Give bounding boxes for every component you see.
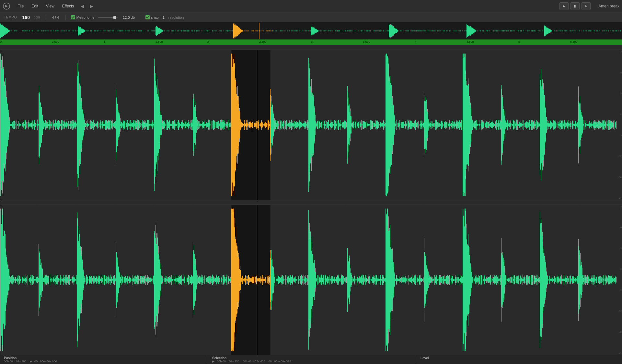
selection-end: 00h:00m:02s:625	[243, 360, 265, 363]
db-value: -12.0 db	[121, 16, 134, 19]
position-label: Position	[4, 356, 202, 360]
stop-button[interactable]: ▮	[570, 2, 580, 10]
separator2	[65, 15, 66, 20]
menu-view[interactable]: View	[43, 3, 58, 10]
position-main: 00h:00m:02s:486	[4, 360, 27, 363]
position-values: 00h:00m:02s:486 ▶ 00h:00m:06s:000	[4, 360, 202, 363]
app-logo	[3, 2, 10, 10]
channel-2-ruler	[0, 200, 622, 205]
snap-toggle[interactable]: snap	[145, 15, 159, 19]
selection-section: Selection ▶ 00h:00m:02s:250 00h:00m:02s:…	[207, 356, 410, 363]
waveform-area: 3 0 -3 -6 -9 -12 -18 -24 3 0 -3 -6 -9 -1…	[0, 45, 622, 355]
metronome-slider[interactable]	[98, 17, 118, 18]
selection-icon: ▶	[212, 360, 214, 363]
position-section: Position 00h:00m:02s:486 ▶ 00h:00m:06s:0…	[4, 356, 202, 363]
loop-button[interactable]: ↻	[582, 2, 591, 10]
level-values	[420, 360, 618, 363]
tempo-value[interactable]: 160	[22, 15, 30, 20]
metronome-toggle[interactable]: Metronome	[71, 15, 95, 19]
play-button[interactable]: ▶	[559, 2, 569, 10]
channel-1-ruler	[0, 45, 622, 50]
time-ruler[interactable]: 00.50011.50022.50033.50044.50055.5006	[0, 39, 622, 45]
bpm-label: bpm	[34, 16, 40, 19]
tempo-label: TEMPO	[4, 16, 17, 19]
selection-label: Selection	[212, 356, 410, 360]
selection-values: ▶ 00h:00m:02s:250 00h:00m:02s:625 00h:00…	[212, 360, 410, 363]
status-bar: Position 00h:00m:02s:486 ▶ 00h:00m:06s:0…	[0, 355, 622, 364]
separator	[45, 15, 45, 20]
menu-edit[interactable]: Edit	[28, 3, 41, 10]
overview-waveform[interactable]	[0, 23, 622, 39]
nav-fwd-button[interactable]: ▶	[87, 3, 95, 10]
channel-2-db-scale: 3 0 -3 -6 -9 -12 -18 -24	[617, 205, 622, 355]
level-section: Level	[415, 356, 618, 363]
channel-1-waveform[interactable]	[0, 50, 617, 200]
channel-1-db-scale: 3 0 -3 -6 -9 -12 -18 -24	[617, 50, 622, 200]
channel-2: 3 0 -3 -6 -9 -12 -18 -24	[0, 200, 622, 355]
metronome-label: Metronome	[76, 16, 95, 19]
project-title: Amen break	[598, 4, 619, 8]
channel-1: 3 0 -3 -6 -9 -12 -18 -24	[0, 45, 622, 200]
transport-controls: ▶ ▮ ↻	[559, 2, 591, 10]
resolution-label: resolution	[168, 16, 184, 19]
selection-start: 00h:00m:02s:250	[217, 360, 240, 363]
level-label: Level	[420, 356, 618, 360]
snap-value: 1	[163, 16, 165, 19]
channel-2-waveform[interactable]	[0, 205, 617, 355]
position-end: 00h:00m:06s:000	[34, 360, 57, 363]
toolbar: TEMPO 160 bpm 4 / 4 Metronome -12.0 db s…	[0, 12, 622, 23]
snap-label: snap	[151, 16, 159, 19]
menu-bar: File Edit View Effects ◀ ▶ ▶ ▮ ↻ Amen br…	[0, 0, 622, 12]
nav-back-button[interactable]: ◀	[78, 3, 86, 10]
position-icon: ▶	[30, 360, 32, 363]
time-signature[interactable]: 4 / 4	[52, 16, 59, 19]
menu-file[interactable]: File	[14, 3, 27, 10]
menu-effects[interactable]: Effects	[59, 3, 77, 10]
selection-len: 00h:00m:00s:375	[269, 360, 291, 363]
separator3	[140, 15, 140, 20]
snap-checkbox[interactable]	[145, 15, 150, 19]
metronome-checkbox[interactable]	[71, 15, 75, 19]
